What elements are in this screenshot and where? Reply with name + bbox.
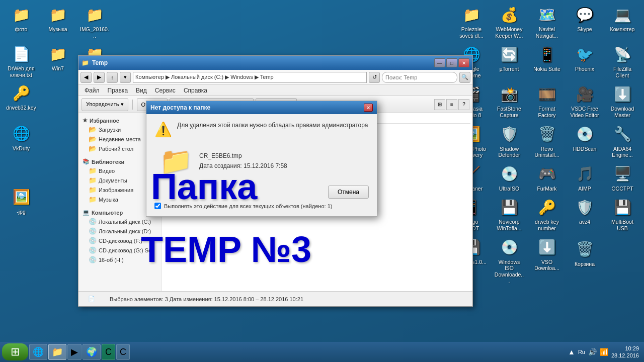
- desktop-icon-download-master[interactable]: ⬇️ Download Master: [605, 82, 639, 120]
- view-help-button[interactable]: ?: [458, 99, 469, 110]
- desktop-icon-computer[interactable]: 💻 Компютер: [605, 3, 639, 41]
- desktop-icon-faststone[interactable]: 📸 FastStone Capture: [492, 82, 526, 120]
- desktop-icon-utorrent[interactable]: 🔄 µTorrent: [492, 42, 526, 80]
- menu-help[interactable]: Справка: [180, 86, 211, 95]
- search-button[interactable]: 🔍: [459, 72, 470, 83]
- tray-clock: 10:29 28.12.2016: [611, 345, 639, 359]
- desktop-icon-vsdc[interactable]: 🎥 VSDC Free Video Editor: [568, 82, 602, 120]
- desktop-icon-photos[interactable]: 📁 фото: [4, 3, 38, 41]
- tray-expand-icon[interactable]: ▲: [568, 348, 575, 356]
- view-buttons: ⊞ ≡ ?: [434, 99, 469, 110]
- dialog-folder-icon: 📁: [159, 146, 192, 176]
- desktop-icon-label: -jpg: [17, 209, 26, 215]
- desktop-icon-recycle[interactable]: 🗑️ Корзина: [568, 237, 602, 286]
- tray-date-text: 28.12.2016: [611, 352, 639, 359]
- sidebar-item-drive-f[interactable]: 💿 CD-дисковод (F:): [78, 236, 161, 245]
- desktop-icon-vkduty[interactable]: 🌐 VkDuty: [4, 122, 38, 154]
- desktop-icon-aimp[interactable]: 🎵 AIMP: [568, 162, 602, 194]
- sidebar-item-drive-c[interactable]: 💿 Локальный диск (C:): [78, 217, 161, 226]
- file-icon: 📄: [11, 44, 31, 64]
- minimize-button[interactable]: —: [434, 58, 445, 67]
- desktop-icon-ultraiso[interactable]: 💿 UltraISO: [492, 162, 526, 194]
- desktop-icon-phoenix[interactable]: 🐦 Phoenix: [568, 42, 602, 80]
- desktop-icon-webmoney[interactable]: 💰 WebMoney Keeper W...: [492, 3, 526, 41]
- desktop-icon-win7[interactable]: 📁 Win7: [41, 42, 75, 80]
- close-button[interactable]: ✕: [458, 58, 469, 67]
- menu-edit[interactable]: Правка: [104, 86, 132, 95]
- cancel-button[interactable]: Отмена: [328, 186, 369, 199]
- desktop-icon-vso[interactable]: ⬇️ VSO Downloa...: [530, 235, 564, 286]
- desktop-icon-label: Navitel Navigat...: [532, 26, 562, 39]
- tray-network-icon[interactable]: 📶: [600, 348, 608, 356]
- desktop-icon-label: UltraISO: [499, 186, 519, 192]
- desktop-icon-multiboot[interactable]: 💾 MultiBoot USB: [605, 195, 639, 233]
- folder-name: CR_E5BE6.tmp: [199, 151, 287, 161]
- desktop-icon-aida64[interactable]: 🔧 AIDA64 Engine...: [605, 122, 639, 160]
- checkbox-label: Выполнять это действие для всех текущих …: [164, 203, 332, 209]
- desktop-icon-jpg[interactable]: 🖼️ -jpg: [4, 185, 38, 217]
- desktop-icon-navitel[interactable]: 🗺️ Navitel Navigat...: [530, 3, 564, 41]
- sidebar-item-drive-h[interactable]: 💿 16-об (H:): [78, 255, 161, 264]
- star-icon: ★: [83, 117, 88, 124]
- search-input[interactable]: [382, 72, 457, 83]
- desktop-icon-filezilla[interactable]: 📡 FileZilla Client: [605, 42, 639, 80]
- desktop-icon-skype[interactable]: 💬 Skype: [568, 3, 602, 41]
- start-button[interactable]: ⊞: [2, 343, 28, 360]
- desktop-icon-music[interactable]: 📁 Музыка: [41, 3, 75, 41]
- taskbar-tray: ▲ Ru 🔊 📶 10:29 28.12.2016: [565, 345, 642, 359]
- forward-button[interactable]: ▶: [94, 72, 105, 83]
- tray-volume-icon[interactable]: 🔊: [588, 348, 597, 356]
- taskbar-explorer-button[interactable]: 📁: [48, 344, 66, 360]
- desktop-icon-novicorp[interactable]: 💾 Novicorp WinTofla...: [492, 195, 526, 233]
- folder-icon: 📂: [89, 126, 97, 133]
- app-icon: 🖥️: [612, 164, 632, 184]
- app-icon: 💿: [499, 164, 519, 184]
- menu-file[interactable]: Файл: [80, 86, 104, 95]
- up-button[interactable]: ↑: [107, 72, 118, 83]
- view-grid-button[interactable]: ⊞: [434, 99, 445, 110]
- app-icon: ⬇️: [612, 84, 632, 104]
- app-icon: 💾: [612, 197, 632, 217]
- sidebar-item-drive-g[interactable]: 💿 CD-дисковод (G:) Sec: [78, 245, 161, 255]
- menu-service[interactable]: Сервис: [151, 86, 180, 95]
- breadcrumb[interactable]: Компьютер ▶ Локальный диск (C:) ▶ Window…: [133, 72, 367, 83]
- computer-icon: 💻: [612, 5, 632, 25]
- dialog-close-button[interactable]: ✕: [364, 104, 373, 112]
- desktop-icon-drweb-key[interactable]: 🔑 drweb key number: [530, 195, 564, 233]
- taskbar-media-button[interactable]: ▶: [67, 344, 82, 360]
- refresh-button[interactable]: ↺: [369, 72, 380, 83]
- taskbar-ie-button[interactable]: 🌐: [29, 344, 47, 360]
- app-icon: 🛡️: [499, 124, 519, 144]
- desktop-icon-revo[interactable]: 🗑️ Revo Uninstall...: [530, 122, 564, 160]
- desktop-icon-poleznie[interactable]: 📁 Poleznie soveti dl...: [454, 3, 489, 41]
- desktop-icon-label: IMG_20160...: [79, 26, 110, 39]
- organize-button[interactable]: Упорядочить ▾: [82, 98, 128, 111]
- menu-view[interactable]: Вид: [132, 86, 151, 95]
- desktop-icon-format-factory[interactable]: 🎞️ Format Factory: [530, 82, 564, 120]
- desktop-icon-furmark[interactable]: 🎮 FurMark: [530, 162, 564, 194]
- desktop-icon-label: OCCTPT: [611, 186, 633, 192]
- dialog-body: ⚠️ Для удаления этой папки нужно обладат…: [146, 114, 377, 216]
- tray-time-text: 10:29: [611, 345, 639, 352]
- taskbar-chrome-button[interactable]: 🌍: [83, 344, 101, 360]
- desktop-icon-hddscan[interactable]: 💿 HDDScan: [568, 122, 602, 160]
- desktop-icon-drweb32[interactable]: 🔑 drweb32.key: [4, 81, 38, 113]
- desktop-icon-nokia[interactable]: 📱 Nokia Suite: [530, 42, 564, 80]
- view-list-button[interactable]: ≡: [446, 99, 457, 110]
- desktop-icon-occtpt[interactable]: 🖥️ OCCTPT: [605, 162, 639, 194]
- desktop-icon-drweb[interactable]: 📄 DrWeb для ключи.txt: [4, 42, 38, 80]
- desktop-icon-img[interactable]: 📁 IMG_20160...: [77, 3, 112, 41]
- desktop-icon-avz4[interactable]: 🛡️ avz4: [568, 195, 602, 233]
- maximize-button[interactable]: □: [446, 58, 457, 67]
- taskbar-c-button[interactable]: C: [116, 344, 130, 360]
- sidebar-item-drive-d[interactable]: 💿 Локальный диск (D:): [78, 226, 161, 236]
- apply-all-checkbox[interactable]: [154, 203, 161, 209]
- app-icon: 💿: [575, 124, 595, 144]
- folder-date: Дата создания: 15.12.2016 7:58: [199, 161, 287, 171]
- desktop-icon-shadow-defender[interactable]: 🛡️ Shadow Defender: [492, 122, 526, 160]
- taskbar-green-button[interactable]: C: [102, 344, 115, 360]
- desktop-icon-windows-iso[interactable]: 💿 Windows ISO Downloade...: [492, 235, 526, 286]
- back-button[interactable]: ◀: [80, 72, 92, 83]
- recent-button[interactable]: ▾: [120, 72, 131, 83]
- dialog-message-text: Для удаления этой папки нужно обладать п…: [177, 121, 368, 130]
